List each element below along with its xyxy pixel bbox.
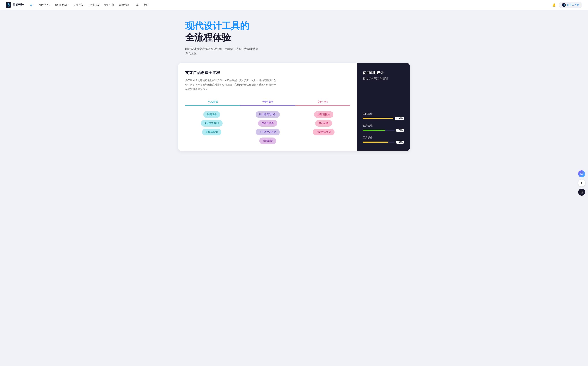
tag-page-interaction: 页面交互制作 (201, 120, 223, 127)
right-card: 使用即时设计 相比于传统工作流程 团队协作 +100% 资产管理 (357, 63, 410, 151)
metric-bar-fill-3 (363, 142, 388, 143)
workflow-grid: 头脑风暴 页面交互制作 高保真原型 设计师实时协作 资源库共享 上下游评论反馈 … (185, 106, 350, 151)
tab-delivery[interactable]: 交付上线 (295, 99, 350, 105)
metric-asset-mgmt: 资产管理 +70% (363, 124, 404, 132)
logo-text: 即时设计 (13, 3, 24, 7)
main-content: 贯穿产品创造全过程 为产研团队制定的角色化解决方案，从产品原型，页面交互，到设计… (171, 63, 417, 158)
navbar: 即时设计 Ai ▾ 设计社区 ▾ 我们的优势 ▾ 文件导入 ▾ 企业服务 帮助中… (0, 0, 588, 10)
nav-items: Ai ▾ 设计社区 ▾ 我们的优势 ▾ 文件导入 ▾ 企业服务 帮助中心 最新功… (28, 2, 550, 8)
left-card-title: 贯穿产品创造全过程 (185, 70, 350, 75)
tag-cloud-data: 云端数据 (259, 137, 276, 144)
metric-label-team: 团队协作 (363, 112, 404, 115)
chevron-down-icon: ▾ (33, 4, 34, 6)
nav-item-pricing[interactable]: 定价 (141, 2, 151, 8)
tag-auto-slice: 自动切图 (315, 120, 332, 127)
scroll-up-button[interactable]: ⬆ (578, 179, 585, 187)
right-card-title: 使用即时设计 (363, 70, 404, 75)
nav-right: 🔔 前往工作台 (551, 2, 582, 8)
nav-item-ai[interactable]: Ai ▾ (28, 2, 36, 7)
tag-hifi-prototype: 高保真原型 (202, 129, 221, 135)
floating-actions: ⬆ 🎧 (578, 170, 585, 196)
workflow-tabs: 产品原型 设计过程 交付上线 (185, 99, 350, 106)
metric-bar-row-3: +80% (363, 141, 404, 144)
tag-code-style: 代码样式生成 (313, 129, 335, 135)
svg-point-1 (8, 4, 9, 5)
tab-product-prototype[interactable]: 产品原型 (185, 99, 240, 105)
chat-float-button[interactable] (578, 170, 585, 177)
tag-resource-sharing: 资源库共享 (258, 120, 277, 127)
headset-button[interactable]: 🎧 (578, 189, 585, 196)
hero-title-dark: 全流程体验 (185, 32, 403, 43)
tag-review-feedback: 上下游评论反馈 (256, 129, 280, 135)
hero-section: 现代设计工具的 全流程体验 即时设计贯穿产品创造全过程，用科学方法和强大功能助力… (171, 10, 417, 63)
nav-item-download[interactable]: 下载 (132, 2, 141, 8)
metric-bar-bg-3 (363, 142, 395, 143)
tag-annotation: 设计稿标注 (314, 111, 333, 118)
nav-item-community[interactable]: 设计社区 ▾ (37, 2, 52, 8)
metric-badge-1: +100% (395, 117, 404, 120)
left-card: 贯穿产品创造全过程 为产研团队制定的角色化解决方案，从产品原型，页面交互，到设计… (178, 63, 357, 151)
metric-bar-bg-1 (363, 118, 393, 119)
metric-team-collab: 团队协作 +100% (363, 112, 404, 120)
svg-point-3 (563, 5, 564, 5)
nav-item-new[interactable]: 最新功能 (117, 2, 131, 8)
logo-link[interactable]: 即时设计 (6, 2, 24, 8)
nav-item-import[interactable]: 文件导入 ▾ (71, 2, 87, 8)
left-card-desc: 为产研团队制定的角色化解决方案，从产品原型，页面交互，到设计师的完整设计创作，再… (185, 78, 276, 92)
workspace-icon (562, 3, 566, 7)
metric-bar-fill-1 (363, 118, 393, 119)
workflow-col-1: 头脑风暴 页面交互制作 高保真原型 (185, 111, 238, 145)
metric-bar-fill-2 (363, 130, 385, 131)
workflow-col-3: 设计稿标注 自动切图 代码样式生成 (297, 111, 350, 145)
metric-badge-3: +80% (396, 141, 404, 144)
notification-bell-icon[interactable]: 🔔 (551, 2, 557, 8)
metric-bar-bg-2 (363, 130, 395, 131)
tag-brainstorm: 头脑风暴 (203, 111, 220, 118)
logo-icon (6, 2, 11, 8)
metric-tool-ops: 工具操作 +80% (363, 136, 404, 144)
right-card-subtitle: 相比于传统工作流程 (363, 77, 404, 80)
hero-title-colored: 现代设计工具的 (185, 20, 403, 31)
chevron-down-icon: ▾ (84, 4, 85, 6)
hero-subtitle: 即时设计贯穿产品创造全过程，用科学方法和强大功能助力产品上线。 (185, 46, 259, 56)
metrics-list: 团队协作 +100% 资产管理 +70% (363, 112, 404, 144)
nav-item-advantages[interactable]: 我们的优势 ▾ (53, 2, 71, 8)
nav-item-enterprise[interactable]: 企业服务 (87, 2, 101, 8)
metric-bar-row-2: +70% (363, 129, 404, 132)
metric-bar-row-1: +100% (363, 117, 404, 120)
card-container: 贯穿产品创造全过程 为产研团队制定的角色化解决方案，从产品原型，页面交互，到设计… (178, 63, 410, 151)
tag-realtime-collab: 设计师实时协作 (256, 111, 280, 118)
tab-design-process[interactable]: 设计过程 (240, 99, 295, 105)
workflow-col-2: 设计师实时协作 资源库共享 上下游评论反馈 云端数据 (241, 111, 294, 145)
metric-label-tool: 工具操作 (363, 136, 404, 139)
nav-item-help[interactable]: 帮助中心 (102, 2, 116, 8)
metric-label-asset: 资产管理 (363, 124, 404, 127)
chevron-down-icon: ▾ (49, 4, 50, 6)
go-to-workspace-button[interactable]: 前往工作台 (559, 2, 582, 8)
chevron-down-icon: ▾ (67, 4, 68, 6)
metric-badge-2: +70% (396, 129, 404, 132)
